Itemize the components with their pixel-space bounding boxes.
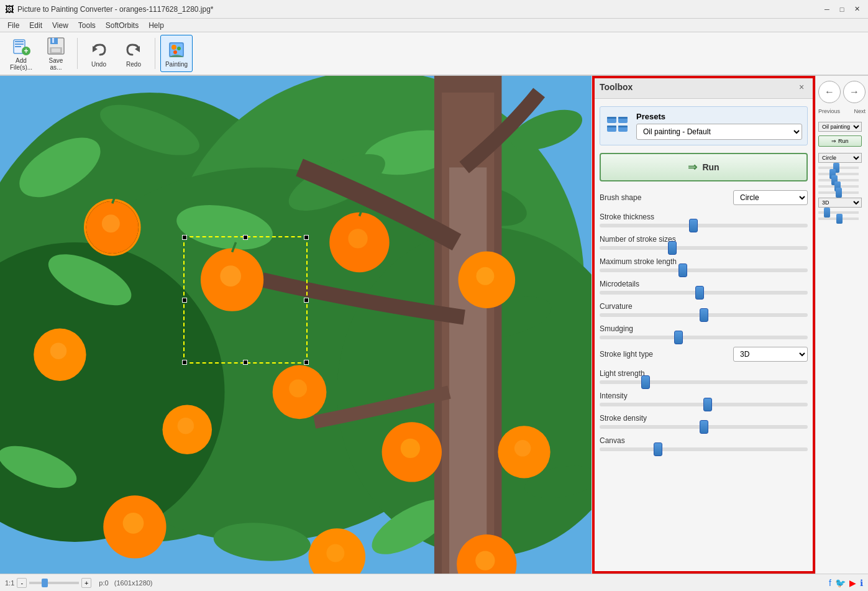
svg-rect-72 <box>618 117 628 119</box>
status-info: p:0 (1601x1280) <box>99 579 152 587</box>
painting-label: Painting <box>165 61 188 68</box>
presets-right: Presets Oil painting - Default Watercolo… <box>636 112 802 140</box>
toolbox-panel: Toolbox × <box>592 76 815 574</box>
menu-edit[interactable]: Edit <box>24 20 47 31</box>
redo-label: Redo <box>126 61 141 68</box>
canvas-label: Canvas <box>600 436 808 445</box>
microdetails-thumb[interactable] <box>695 286 704 300</box>
zoom-plus-button[interactable]: + <box>81 578 91 588</box>
mini-preset-select[interactable]: Oil painting - Default <box>818 122 862 132</box>
light-strength-thumb[interactable] <box>641 375 650 389</box>
intensity-slider[interactable] <box>600 403 808 406</box>
second-panel-nav: ← → Previous Next Oil painting - Default… <box>816 76 868 229</box>
num-stroke-sizes-label: Number of stroke sizes <box>600 235 808 244</box>
curvature-thumb[interactable] <box>700 308 708 322</box>
brush-shape-label: Brush shape <box>600 193 641 202</box>
max-stroke-length-slider[interactable] <box>600 268 808 272</box>
curvature-control: Curvature <box>600 302 808 317</box>
save-as-label: Save as... <box>43 57 69 71</box>
mini-thumb-7[interactable] <box>836 214 843 224</box>
redo-button[interactable]: Redo <box>117 35 150 72</box>
menu-file[interactable]: File <box>2 20 24 31</box>
previous-button[interactable]: ← <box>818 81 841 103</box>
canvas-slider[interactable] <box>600 447 808 451</box>
svg-point-55 <box>178 418 194 434</box>
intensity-thumb[interactable] <box>703 398 712 411</box>
zoom-thumb[interactable] <box>42 579 48 587</box>
window-title: Picture to Painting Converter - oranges-… <box>17 5 821 14</box>
social-icons: f 🐦 ▶ ℹ <box>829 578 863 588</box>
zoom-slider[interactable] <box>29 582 79 584</box>
mini-slider-1[interactable] <box>818 167 859 169</box>
zoom-minus-button[interactable]: - <box>17 578 27 588</box>
brush-shape-row: Brush shape Circle Square Diamond Flat <box>600 190 808 205</box>
svg-point-51 <box>476 267 494 285</box>
canvas-area[interactable] <box>0 76 592 574</box>
save-icon <box>46 36 66 56</box>
add-file-button[interactable]: + Add File(s)... <box>5 35 37 72</box>
toolbox-body: Presets Oil painting - Default Watercolo… <box>592 99 815 574</box>
mini-slider-7[interactable] <box>818 218 859 220</box>
light-strength-slider[interactable] <box>600 380 808 384</box>
stroke-light-select[interactable]: 3D 2D None <box>733 347 808 362</box>
svg-rect-39 <box>449 167 487 574</box>
num-stroke-sizes-slider[interactable] <box>600 246 808 250</box>
stroke-density-thumb[interactable] <box>700 420 708 434</box>
svg-point-57 <box>401 439 420 458</box>
mini-thumb-6[interactable] <box>824 208 830 218</box>
stroke-density-slider[interactable] <box>600 425 808 429</box>
max-stroke-length-control: Maximum stroke length <box>600 257 808 272</box>
undo-button[interactable]: Undo <box>83 35 115 72</box>
microdetails-slider[interactable] <box>600 291 808 295</box>
next-label: Next <box>854 108 866 114</box>
nav-labels-row: Previous Next <box>818 108 866 114</box>
mini-circle-select[interactable]: Circle <box>818 153 862 163</box>
maximize-button[interactable]: □ <box>836 3 848 16</box>
stroke-thickness-slider[interactable] <box>600 224 808 227</box>
menubar: File Edit View Tools SoftOrbits Help <box>0 19 868 32</box>
smudging-label: Smudging <box>600 324 808 333</box>
twitter-icon[interactable]: 🐦 <box>835 578 846 588</box>
svg-rect-74 <box>607 126 616 127</box>
close-button[interactable]: ✕ <box>851 3 863 16</box>
svg-point-43 <box>102 214 120 232</box>
brush-shape-select[interactable]: Circle Square Diamond Flat <box>733 190 808 205</box>
smudging-slider[interactable] <box>600 336 808 339</box>
add-file-icon: + <box>11 36 31 56</box>
mini-3d-select[interactable]: 3D <box>818 198 862 208</box>
save-as-button[interactable]: Save as... <box>40 35 72 72</box>
menu-help[interactable]: Help <box>144 20 169 31</box>
status-p: p:0 <box>99 579 108 587</box>
max-stroke-length-thumb[interactable] <box>678 263 687 277</box>
svg-point-53 <box>289 379 307 397</box>
mini-slider-5[interactable] <box>818 191 859 194</box>
menu-tools[interactable]: Tools <box>73 20 101 31</box>
light-strength-control: Light strength <box>600 369 808 384</box>
youtube-icon[interactable]: ▶ <box>849 578 856 588</box>
run-label: Run <box>702 162 719 172</box>
mini-circle-label: Circle <box>818 153 866 163</box>
stroke-density-control: Stroke density <box>600 414 808 429</box>
info-icon[interactable]: ℹ <box>860 578 863 588</box>
smudging-thumb[interactable] <box>674 331 683 344</box>
painting-button[interactable]: Painting <box>160 35 193 72</box>
svg-point-65 <box>475 551 495 570</box>
svg-rect-3 <box>15 46 21 47</box>
run-button[interactable]: ⇒ Run <box>600 153 808 181</box>
mini-slider-2[interactable] <box>818 173 859 175</box>
stroke-thickness-thumb[interactable] <box>689 219 698 232</box>
toolbox-header: Toolbox × <box>592 76 815 99</box>
menu-view[interactable]: View <box>47 20 73 31</box>
num-stroke-sizes-thumb[interactable] <box>668 241 677 255</box>
minimize-button[interactable]: ─ <box>821 3 833 16</box>
menu-softorbits[interactable]: SoftOrbits <box>101 20 144 31</box>
next-button[interactable]: → <box>843 81 866 103</box>
toolbox-close-button[interactable]: × <box>795 81 808 93</box>
presets-select[interactable]: Oil painting - Default Watercolor Sketch… <box>636 124 802 140</box>
curvature-slider[interactable] <box>600 313 808 317</box>
facebook-icon[interactable]: f <box>829 578 831 588</box>
canvas-thumb[interactable] <box>654 442 662 456</box>
mini-thumb-5[interactable] <box>836 188 842 198</box>
svg-point-59 <box>514 440 531 457</box>
mini-run-button[interactable]: ⇒ Run <box>818 135 862 147</box>
